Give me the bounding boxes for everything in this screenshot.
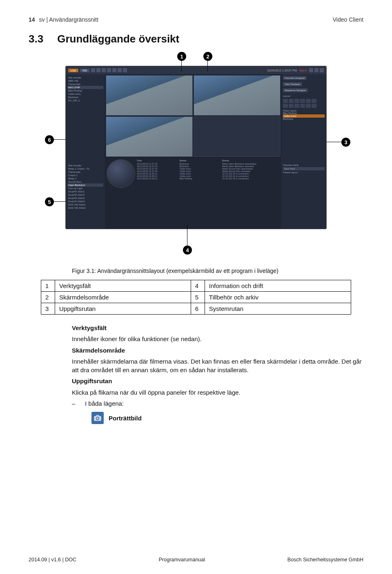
footer-left: 2014.09 | v1.6 | DOC bbox=[29, 557, 76, 563]
tree-item: DivarXF ASA/2 bbox=[67, 193, 103, 197]
legend-num: 1 bbox=[41, 280, 55, 292]
mode-live-chip: Live bbox=[68, 69, 78, 72]
fav-name-value: New View bbox=[283, 167, 325, 170]
page-footer: 2014.09 | v1.6 | DOC Programvarumanual B… bbox=[29, 557, 363, 563]
tree-item: DNS 700 ASA/2 bbox=[67, 206, 103, 210]
legend-num: 4 bbox=[191, 280, 205, 292]
page-number: 14 bbox=[29, 16, 35, 23]
task-pane: Time 10/11/2010 12:27:25 10/11/2010 12:2… bbox=[105, 158, 281, 229]
tree-item: NBN-733 bbox=[67, 79, 103, 83]
list-dash: – bbox=[72, 399, 78, 408]
svg-point-3 bbox=[97, 418, 99, 420]
legend-label: Systemrutan bbox=[205, 303, 351, 315]
tree-item: DC_DIP_1 bbox=[67, 99, 103, 102]
tree-item: Turn on Light bbox=[67, 187, 103, 190]
subhead: Verktygsfält bbox=[72, 324, 366, 332]
toolbar-icon bbox=[123, 68, 127, 72]
right-panel-lower: Favorite name New View Freeze layout bbox=[281, 162, 326, 229]
tree-item: Output 1 bbox=[67, 174, 103, 177]
callout-2: 2 bbox=[203, 52, 212, 61]
subhead: Uppgiftsrutan bbox=[72, 377, 366, 385]
tree-item: Relay 1 bbox=[67, 177, 103, 180]
svg-rect-1 bbox=[96, 415, 99, 416]
callout-5: 5 bbox=[45, 197, 54, 206]
log-row: 10/11/2010 12:25:11 bbox=[137, 177, 178, 180]
figure-caption: Figur 3.1: Användargränssnittslayout (ex… bbox=[72, 268, 363, 274]
tree-item: DNS 700 ASA/1 bbox=[67, 203, 103, 206]
paragraph: Klicka på flikarna när du vill öppna pan… bbox=[72, 388, 366, 397]
tree-item: Open Backdoor bbox=[67, 183, 103, 187]
toolbar-icon bbox=[102, 68, 106, 72]
right-panel-upper: Favorites Designer View Designer Sequenc… bbox=[281, 74, 326, 162]
portrait-label: Porträttbild bbox=[109, 414, 142, 422]
footer-center: Programvarumanual bbox=[159, 557, 205, 563]
toolbar-icon bbox=[112, 68, 116, 72]
right-tab: Sequence Designer bbox=[283, 88, 308, 92]
video-cell bbox=[106, 75, 193, 116]
paragraph: Innehåller ikoner för olika funktioner (… bbox=[72, 335, 366, 343]
page-header: 14 sv | Användargränssnitt Video Client bbox=[29, 16, 363, 23]
callout-1: 1 bbox=[177, 52, 186, 61]
legend-label: Skärmdelsområde bbox=[55, 292, 191, 303]
callout-3: 3 bbox=[341, 138, 350, 147]
section-title: Grundläggande översikt bbox=[57, 33, 179, 45]
legend-table: 1 Verktygsfält 4 Information och drift 2… bbox=[41, 280, 351, 315]
product-name: Video Client bbox=[333, 16, 363, 23]
col-time: Time bbox=[137, 159, 178, 162]
toolbar-icon bbox=[118, 68, 122, 72]
figure: 1 2 3 4 5 6 Live Idle bbox=[41, 49, 351, 262]
col-events: Events bbox=[222, 159, 280, 162]
tree-item: NDC-274P bbox=[67, 86, 103, 89]
tree-item: Site-sample bbox=[67, 164, 103, 167]
toolbar-icon bbox=[309, 68, 313, 72]
camera-icon bbox=[91, 412, 104, 424]
layout-grid bbox=[283, 99, 325, 108]
tree-item: Bike Parking bbox=[67, 89, 103, 92]
input-item: Backdoor bbox=[283, 118, 325, 120]
datetime: 10/29/2012 1:39:07 PM bbox=[267, 69, 297, 72]
app-toolbar: Live Idle 10/29/2012 1:39:07 PM Alarm bbox=[66, 66, 326, 74]
log-row: 10.10.101.19 is connected bbox=[222, 177, 280, 180]
tree-item: DivarXF ASA/1 bbox=[67, 190, 103, 193]
legend-label: Tillbehör och arkiv bbox=[205, 292, 351, 303]
fav-name-label: Favorite name bbox=[283, 164, 325, 166]
legend-num: 5 bbox=[191, 292, 205, 303]
video-cell bbox=[106, 116, 193, 157]
legend-num: 6 bbox=[191, 303, 205, 315]
tree-item: Relay 1 Output - 01 bbox=[67, 167, 103, 170]
left-tree-upper: Site-sample NBN-733 Transcoder NDC-274P … bbox=[66, 74, 105, 162]
legend-num: 2 bbox=[41, 292, 55, 303]
toolbar-icon bbox=[320, 68, 324, 72]
tree-item: Site-sample bbox=[67, 76, 103, 79]
app-screenshot: Live Idle 10/29/2012 1:39:07 PM Alarm bbox=[65, 66, 327, 229]
callout-4: 4 bbox=[183, 246, 192, 255]
subhead: Skärmdelsområde bbox=[72, 346, 366, 355]
toolbar-icon bbox=[91, 68, 95, 72]
legend-num: 3 bbox=[41, 303, 55, 315]
section-number: 3.3 bbox=[29, 33, 43, 45]
video-cell bbox=[194, 75, 281, 116]
video-cell-empty bbox=[194, 116, 281, 157]
ptz-dial bbox=[107, 159, 135, 188]
tree-item: DivarXF ASA/3 bbox=[67, 197, 103, 200]
callout-6: 6 bbox=[45, 135, 54, 144]
alarm-indicator: Alarm bbox=[299, 69, 307, 72]
input-item: Cellar entry bbox=[283, 114, 325, 118]
toolbar-icon bbox=[314, 68, 318, 72]
tree-item: DivarXF ASA/4 bbox=[67, 200, 103, 203]
legend-label: Information och drift bbox=[205, 280, 351, 292]
mode-idle-chip: Idle bbox=[80, 69, 89, 72]
toolbar-icon bbox=[107, 68, 111, 72]
tree-item: Sound Horn bbox=[67, 180, 103, 183]
log-row: Bike Parking bbox=[180, 177, 221, 180]
left-tree-lower: Site-sample Relay 1 Output - 01 Transcod… bbox=[66, 162, 105, 229]
legend-label: Uppgiftsrutan bbox=[55, 303, 191, 315]
right-tab: Favorites Designer bbox=[283, 76, 307, 80]
tree-item: Cellar entry bbox=[67, 92, 103, 96]
video-grid bbox=[105, 74, 281, 158]
tree-item: Backdoor bbox=[67, 96, 103, 99]
col-device: Device bbox=[180, 159, 221, 162]
freeze-layout: Freeze layout bbox=[283, 171, 325, 174]
breadcrumb: sv | Användargränssnitt bbox=[39, 16, 98, 23]
legend-label: Verktygsfält bbox=[55, 280, 191, 292]
